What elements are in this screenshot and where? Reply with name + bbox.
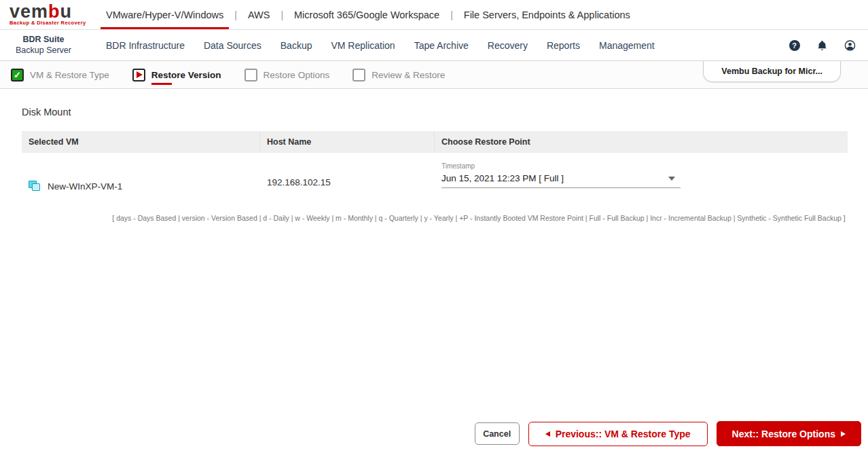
selected-vm-cell: New-WInXP-VM-1	[22, 162, 260, 199]
product-name[interactable]: BDR Suite Backup Server	[0, 35, 87, 56]
previous-button-label: Previous:: VM & Restore Type	[556, 429, 691, 439]
wizard-step-review-restore[interactable]: Review & Restore	[352, 69, 445, 81]
next-button[interactable]: Next:: Restore Options	[717, 421, 861, 446]
checked-checkbox-icon: ✓	[11, 69, 24, 81]
wizard-step-restore-options[interactable]: Restore Options	[245, 69, 330, 81]
main-content: Disk Mount Selected VM Host Name Choose …	[0, 89, 868, 222]
product-server-label: Backup Server	[0, 46, 87, 56]
wizard-steps-bar: ✓ VM & Restore Type Restore Version Rest…	[0, 61, 868, 89]
wizard-step-label: VM & Restore Type	[30, 70, 109, 80]
account-user-icon[interactable]	[844, 39, 856, 51]
tab-separator: |	[448, 10, 456, 20]
tab-microsoft365-google-workspace[interactable]: Microsoft 365/Google Workspace	[286, 0, 448, 29]
app-menu-bar: BDR Suite Backup Server BDR Infrastructu…	[0, 30, 868, 61]
logo-part: vem	[10, 1, 48, 22]
wizard-step-label: Review & Restore	[372, 70, 445, 80]
workload-tabs: VMware/Hyper-V/Windows | AWS | Microsoft…	[98, 0, 638, 29]
cancel-button[interactable]: Cancel	[475, 422, 520, 445]
help-icon[interactable]: ?	[789, 39, 800, 51]
table-header-row: Selected VM Host Name Choose Restore Poi…	[22, 131, 848, 153]
play-checkbox-icon	[132, 69, 145, 81]
vembu-logo[interactable]: vembu Backup & Disaster Recovery	[0, 3, 88, 26]
play-triangle-icon	[137, 71, 143, 78]
tab-separator: |	[232, 10, 240, 20]
column-header-host-name: Host Name	[260, 131, 435, 153]
menu-recovery[interactable]: Recovery	[478, 40, 537, 51]
empty-checkbox-icon	[352, 69, 365, 81]
menu-vm-replication[interactable]: VM Replication	[321, 40, 404, 51]
next-button-label: Next:: Restore Options	[732, 429, 835, 439]
table-row: New-WInXP-VM-1 192.168.102.15 Timestamp …	[22, 153, 848, 199]
empty-checkbox-icon	[245, 69, 257, 81]
logo-tagline: Backup & Disaster Recovery	[10, 20, 88, 26]
menu-reports[interactable]: Reports	[537, 40, 590, 51]
arrow-left-icon	[545, 431, 550, 437]
timestamp-label: Timestamp	[441, 162, 681, 170]
chevron-down-icon	[668, 177, 675, 181]
arrow-right-icon	[841, 431, 846, 437]
column-header-selected-vm: Selected VM	[22, 131, 260, 153]
notifications-bell-icon[interactable]	[816, 39, 828, 51]
tab-separator: |	[278, 10, 286, 20]
wizard-step-label: Restore Options	[264, 70, 330, 80]
column-header-choose-restore-point: Choose Restore Point	[435, 131, 848, 153]
vm-name: New-WInXP-VM-1	[48, 181, 122, 192]
context-tab-vembu-backup[interactable]: Vembu Backup for Micr...	[703, 61, 841, 82]
logo-part: u	[60, 1, 73, 22]
restore-point-legend: [ days - Days Based | version - Version …	[22, 214, 848, 222]
restore-point-table: Selected VM Host Name Choose Restore Poi…	[22, 131, 848, 199]
page-title: Disk Mount	[22, 107, 848, 117]
previous-button[interactable]: Previous:: VM & Restore Type	[528, 422, 708, 446]
host-name-cell: 192.168.102.15	[260, 162, 435, 199]
main-menu: BDR Infrastructure Data Sources Backup V…	[96, 40, 664, 51]
menu-bdr-infrastructure[interactable]: BDR Infrastructure	[96, 40, 194, 51]
wizard-step-restore-version[interactable]: Restore Version	[132, 69, 221, 81]
footer-actions: Cancel Previous:: VM & Restore Type Next…	[475, 421, 861, 446]
top-header: vembu Backup & Disaster Recovery VMware/…	[0, 0, 868, 30]
wizard-step-label: Restore Version	[151, 70, 221, 80]
timestamp-dropdown-wrap: Timestamp Jun 15, 2021 12:23 PM [ Full ]	[441, 162, 681, 188]
tab-file-servers-endpoints-applications[interactable]: File Servers, Endpoints & Applications	[456, 0, 638, 29]
page: vembu Backup & Disaster Recovery VMware/…	[0, 0, 868, 453]
logo-wordmark: vembu	[10, 3, 88, 20]
appbar-icon-group: ?	[789, 39, 868, 51]
tab-vmware-hyperv-windows[interactable]: VMware/Hyper-V/Windows	[98, 0, 232, 29]
restore-point-cell: Timestamp Jun 15, 2021 12:23 PM [ Full ]	[435, 162, 848, 199]
menu-management[interactable]: Management	[590, 40, 664, 51]
tab-aws[interactable]: AWS	[240, 0, 278, 29]
menu-tape-archive[interactable]: Tape Archive	[405, 40, 478, 51]
wizard-step-vm-restore-type[interactable]: ✓ VM & Restore Type	[11, 69, 109, 81]
product-suite-label: BDR Suite	[0, 35, 87, 46]
menu-backup[interactable]: Backup	[271, 40, 322, 51]
vm-icon	[29, 181, 41, 192]
timestamp-value: Jun 15, 2021 12:23 PM [ Full ]	[441, 173, 564, 183]
logo-part: b	[48, 1, 60, 22]
timestamp-dropdown[interactable]: Jun 15, 2021 12:23 PM [ Full ]	[441, 172, 681, 188]
menu-data-sources[interactable]: Data Sources	[194, 40, 271, 51]
